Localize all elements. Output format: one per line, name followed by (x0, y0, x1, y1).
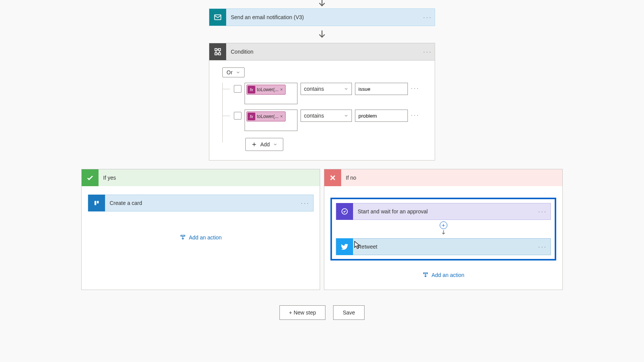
value-input[interactable] (355, 83, 408, 95)
new-step-label: + New step (289, 310, 316, 316)
save-label: Save (343, 310, 355, 316)
add-action-yes[interactable]: Add an action (88, 234, 314, 241)
add-action-icon (180, 234, 186, 241)
trello-icon (88, 195, 105, 211)
svg-rect-6 (95, 201, 97, 205)
approval-icon (336, 203, 353, 220)
save-button[interactable]: Save (333, 305, 365, 320)
row-menu[interactable]: · · · (411, 83, 418, 91)
svg-rect-10 (423, 273, 427, 274)
operator-label: contains (304, 86, 324, 92)
close-icon (324, 169, 341, 186)
operator-select[interactable]: contains (301, 110, 352, 122)
insert-step: + (336, 221, 551, 236)
expression-token[interactable]: fx toLower(... × (246, 111, 286, 121)
fx-icon: fx (248, 113, 255, 120)
remove-token-icon[interactable]: × (280, 87, 283, 92)
trello-action-title: Create a card (105, 200, 301, 206)
row-checkbox[interactable] (234, 85, 242, 93)
svg-rect-7 (97, 201, 99, 203)
if-no-header[interactable]: If no (324, 169, 562, 186)
new-step-button[interactable]: + New step (279, 305, 325, 320)
approval-action-menu[interactable]: · · · (538, 208, 550, 215)
row-menu[interactable]: · · · (411, 110, 418, 118)
email-step-title: Send an email notification (V3) (226, 14, 422, 20)
arrow-down-icon (440, 229, 447, 236)
if-yes-header[interactable]: If yes (82, 169, 320, 186)
logic-operator-select[interactable]: Or (222, 67, 245, 77)
operator-label: contains (304, 113, 324, 119)
check-icon (82, 169, 99, 186)
rail (222, 83, 223, 143)
arrow-down-icon (0, 0, 644, 8)
add-label: Add (260, 141, 270, 147)
condition-body: Or fx toLower(... × contains (209, 61, 435, 161)
approval-action-title: Start and wait for an approval (353, 208, 538, 215)
fx-icon: fx (248, 86, 255, 93)
condition-title: Condition (226, 49, 422, 55)
trello-action-menu[interactable]: · · · (301, 200, 313, 206)
if-yes-title: If yes (99, 175, 116, 181)
add-action-label: Add an action (189, 234, 222, 241)
approval-action[interactable]: Start and wait for an approval · · · (336, 203, 551, 220)
chevron-down-icon (344, 87, 348, 91)
add-action-label: Add an action (432, 272, 465, 278)
retweet-action-title: Retweet (353, 244, 538, 250)
row-left-operand[interactable]: fx toLower(... × (245, 110, 297, 131)
email-step-menu[interactable]: · · · (422, 14, 435, 20)
condition-icon (209, 43, 226, 60)
remove-token-icon[interactable]: × (280, 114, 283, 119)
if-yes-branch: If yes Create a card · · · Add an action (81, 169, 320, 290)
chevron-down-icon (273, 142, 278, 147)
logic-operator-label: Or (227, 69, 233, 75)
twitter-icon (336, 238, 353, 255)
svg-rect-5 (94, 200, 100, 206)
expression-token[interactable]: fx toLower(... × (246, 85, 286, 95)
plus-icon (251, 141, 257, 147)
svg-rect-4 (219, 53, 221, 55)
email-step[interactable]: Send an email notification (V3) · · · (209, 8, 435, 26)
svg-rect-3 (215, 53, 217, 55)
value-input[interactable] (355, 110, 408, 122)
trello-action[interactable]: Create a card · · · (88, 195, 314, 211)
row-left-operand[interactable]: fx toLower(... × (245, 83, 297, 104)
svg-rect-1 (215, 49, 217, 51)
retweet-action-menu[interactable]: · · · (538, 244, 550, 250)
condition-row: fx toLower(... × contains · · · (234, 83, 426, 104)
svg-rect-8 (181, 235, 185, 236)
selected-group: Start and wait for an approval · · · + R… (330, 198, 556, 260)
operator-select[interactable]: contains (301, 83, 352, 95)
row-checkbox[interactable] (234, 112, 242, 120)
retweet-action[interactable]: Retweet · · · (336, 238, 551, 255)
condition-row: fx toLower(... × contains · · · (234, 110, 426, 131)
condition-step[interactable]: Condition · · · (209, 43, 435, 61)
add-action-icon (422, 272, 429, 278)
add-action-no[interactable]: Add an action (330, 272, 556, 278)
if-no-branch: If no Start and wait for an approval · ·… (324, 169, 563, 290)
chevron-down-icon (236, 70, 240, 75)
condition-menu[interactable]: · · · (422, 49, 435, 55)
arrow-down-icon (0, 29, 644, 40)
svg-rect-2 (219, 49, 221, 51)
expression-text: toLower(... (257, 114, 279, 119)
expression-text: toLower(... (257, 87, 279, 92)
add-condition-button[interactable]: Add (245, 138, 283, 151)
mail-icon (209, 9, 226, 26)
chevron-down-icon (344, 113, 348, 118)
insert-step-button[interactable]: + (440, 221, 447, 229)
if-no-title: If no (341, 175, 356, 181)
